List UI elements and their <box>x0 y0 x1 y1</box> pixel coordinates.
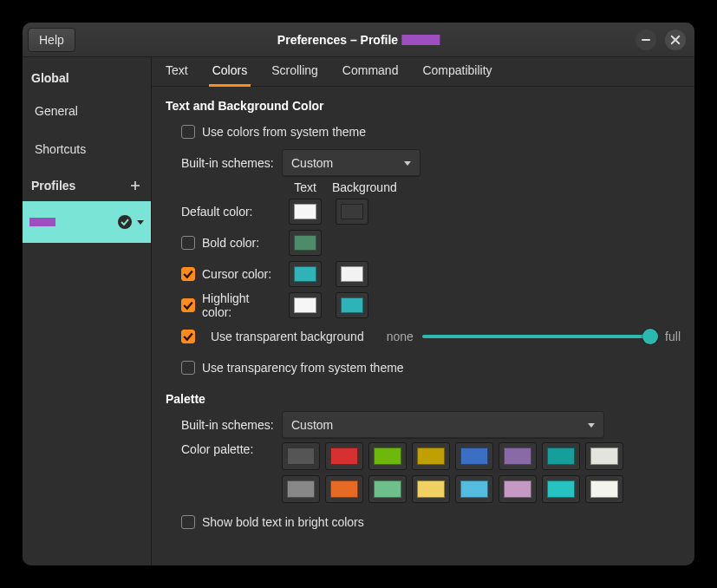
default-color-label: Default color: <box>181 205 282 219</box>
palette-color-8[interactable] <box>282 475 320 503</box>
titlebar: Help Preferences – Profile <box>23 23 694 57</box>
bold-bright-checkbox[interactable] <box>181 515 195 529</box>
cursor-color-label: Cursor color: <box>202 267 282 281</box>
section-palette-title: Palette <box>166 392 681 406</box>
palette-color-13[interactable] <box>499 475 537 503</box>
sidebar-global-header: Global <box>23 62 151 92</box>
profile-menu-caret[interactable] <box>137 220 144 225</box>
builtin-schemes-select[interactable]: Custom <box>282 149 420 177</box>
minimize-button[interactable] <box>636 29 656 50</box>
profile-color-swatch <box>29 218 55 226</box>
palette-color-2[interactable] <box>368 442 407 470</box>
close-icon <box>670 35 681 45</box>
cursor-text-color[interactable] <box>289 261 322 287</box>
close-button[interactable] <box>665 29 686 50</box>
palette-builtin-label: Built-in schemes: <box>181 418 282 432</box>
cursor-color-checkbox[interactable] <box>181 267 195 281</box>
use-system-colors-label: Use colors from system theme <box>202 125 366 139</box>
palette-color-15[interactable] <box>585 475 623 503</box>
palette-color-11[interactable] <box>412 475 450 503</box>
bold-color-checkbox[interactable] <box>181 236 195 250</box>
tab-colors[interactable]: Colors <box>209 57 251 87</box>
palette-color-0[interactable] <box>282 442 320 470</box>
check-icon <box>183 300 193 310</box>
highlight-color-label: Highlight color: <box>202 291 282 319</box>
slider-none-label: none <box>387 330 414 343</box>
cursor-bg-color[interactable] <box>336 261 368 287</box>
tab-command[interactable]: Command <box>339 57 402 87</box>
transparency-system-label: Use transparency from system theme <box>202 361 404 375</box>
bold-color-label: Bold color: <box>202 236 282 250</box>
palette-color-9[interactable] <box>325 475 363 503</box>
check-icon <box>183 269 193 279</box>
profile-row-active[interactable] <box>23 201 151 243</box>
help-button[interactable]: Help <box>28 28 75 52</box>
bold-bright-label: Show bold text in bright colors <box>202 515 364 529</box>
add-profile-button[interactable] <box>127 177 144 194</box>
profile-default-indicator[interactable] <box>118 215 132 229</box>
transparent-bg-label: Use transparent background <box>211 330 364 343</box>
chevron-down-icon <box>588 423 595 428</box>
palette-builtin-value: Custom <box>291 418 333 432</box>
slider-full-label: full <box>665 330 681 343</box>
section-text-bg-title: Text and Background Color <box>166 99 681 113</box>
default-text-color[interactable] <box>289 199 322 225</box>
color-palette-grid <box>282 442 623 503</box>
color-palette-label: Color palette: <box>181 442 282 456</box>
title-profile-swatch <box>401 35 440 45</box>
default-bg-color[interactable] <box>336 199 368 225</box>
chevron-down-icon <box>404 161 411 166</box>
use-system-colors-checkbox[interactable] <box>181 125 195 139</box>
tabs: Text Colors Scrolling Command Compatibil… <box>152 57 694 87</box>
palette-color-7[interactable] <box>585 442 623 470</box>
transparency-slider[interactable] <box>422 326 656 347</box>
main-panel: Text Colors Scrolling Command Compatibil… <box>152 57 694 565</box>
palette-color-6[interactable] <box>542 442 580 470</box>
highlight-bg-color[interactable] <box>336 292 368 318</box>
highlight-color-checkbox[interactable] <box>181 298 195 312</box>
check-icon <box>183 331 193 342</box>
palette-color-12[interactable] <box>455 475 493 503</box>
plus-icon <box>130 180 140 191</box>
palette-builtin-select[interactable]: Custom <box>282 411 604 439</box>
tab-compatibility[interactable]: Compatibility <box>419 57 495 87</box>
window-title: Preferences – Profile <box>277 33 440 47</box>
sidebar-item-general[interactable]: General <box>23 92 151 130</box>
bold-text-color[interactable] <box>289 230 322 256</box>
builtin-schemes-label: Built-in schemes: <box>181 156 282 170</box>
slider-thumb[interactable] <box>642 329 658 344</box>
transparent-bg-checkbox[interactable] <box>181 330 195 343</box>
builtin-schemes-value: Custom <box>291 156 333 170</box>
sidebar-item-shortcuts[interactable]: Shortcuts <box>23 130 151 168</box>
title-text: Preferences – Profile <box>277 33 398 47</box>
sidebar: Global General Shortcuts Profiles <box>23 57 151 565</box>
col-header-text: Text <box>282 180 329 194</box>
palette-color-5[interactable] <box>499 442 537 470</box>
palette-color-4[interactable] <box>455 442 493 470</box>
minimize-icon <box>642 39 650 41</box>
highlight-text-color[interactable] <box>289 292 322 318</box>
palette-color-14[interactable] <box>542 475 580 503</box>
sidebar-profiles-header: Profiles <box>31 179 75 193</box>
tab-scrolling[interactable]: Scrolling <box>268 57 322 87</box>
tab-text[interactable]: Text <box>162 57 192 87</box>
transparency-system-checkbox[interactable] <box>181 361 195 375</box>
palette-color-10[interactable] <box>368 475 407 503</box>
check-icon <box>121 218 129 226</box>
col-header-background: Background <box>329 180 398 194</box>
palette-color-1[interactable] <box>325 442 363 470</box>
palette-color-3[interactable] <box>412 442 450 470</box>
